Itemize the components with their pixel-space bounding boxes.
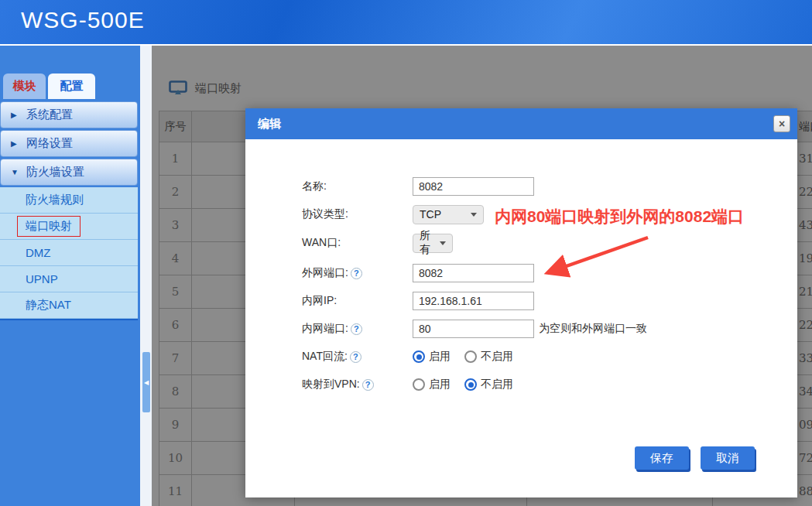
field-row-ext-port: 外网端口: ? bbox=[302, 263, 534, 283]
sidebar-item-firewall-rules[interactable]: 防火墙规则 bbox=[0, 187, 138, 214]
sidebar-item-system-config[interactable]: ▶ 系统配置 bbox=[0, 101, 138, 128]
vpn-map-label-text: 映射到VPN: bbox=[302, 378, 360, 391]
dialog-title: 编辑 bbox=[258, 117, 281, 132]
int-port-note: 为空则和外网端口一致 bbox=[539, 322, 647, 336]
sidebar-item-network-settings[interactable]: ▶ 网络设置 bbox=[0, 130, 138, 157]
tab-modules[interactable]: 模块 bbox=[3, 74, 46, 99]
protocol-label: 协议类型: bbox=[302, 207, 413, 221]
sidebar-item-static-nat[interactable]: 静态NAT bbox=[0, 292, 138, 319]
wan-select[interactable]: 所有 bbox=[413, 234, 453, 253]
sidebar-item-label: DMZ bbox=[26, 246, 51, 259]
field-row-int-port: 内网端口: ? 为空则和外网端口一致 bbox=[302, 319, 647, 339]
ext-port-input[interactable] bbox=[413, 264, 534, 282]
radio-label: 启用 bbox=[429, 350, 451, 364]
sidebar: 模块 配置 ▶ 系统配置 ▶ 网络设置 ▼ 防火墙设置 防火墙规则 端口映射 bbox=[0, 46, 140, 506]
sidebar-collapse-handle[interactable]: ◀ bbox=[142, 352, 150, 412]
vpn-map-disable-radio[interactable] bbox=[464, 378, 477, 391]
cancel-button[interactable]: 取消 bbox=[701, 446, 755, 470]
sidebar-gap bbox=[140, 46, 152, 506]
chevron-down-icon bbox=[440, 241, 446, 245]
dialog-header: 编辑 bbox=[245, 108, 797, 139]
field-row-nat-loopback: NAT回流: ? 启用 不启用 bbox=[302, 347, 513, 367]
sidebar-item-label: 防火墙规则 bbox=[26, 193, 84, 207]
tab-config[interactable]: 配置 bbox=[48, 74, 95, 99]
radio-label: 启用 bbox=[429, 378, 451, 391]
int-port-label: 内网端口: ? bbox=[302, 322, 413, 336]
field-row-wan: WAN口: 所有 bbox=[302, 233, 453, 253]
vpn-map-enable-radio[interactable] bbox=[413, 378, 425, 391]
field-row-int-ip: 内网IP: bbox=[302, 291, 534, 311]
int-ip-input[interactable] bbox=[413, 292, 534, 310]
app-title: WSG-500E bbox=[21, 7, 145, 33]
nat-loopback-label-text: NAT回流: bbox=[302, 350, 348, 364]
sidebar-item-dmz[interactable]: DMZ bbox=[0, 240, 138, 266]
edit-dialog: 编辑 × 名称: 协议类型: TCP WAN口: 所有 外网 bbox=[245, 108, 797, 497]
sidebar-item-label: 静态NAT bbox=[26, 298, 71, 313]
help-icon[interactable]: ? bbox=[351, 268, 362, 279]
selected-item-highlight: 端口映射 bbox=[17, 216, 81, 237]
ext-port-label-text: 外网端口: bbox=[302, 266, 348, 280]
sidebar-menu: ▶ 系统配置 ▶ 网络设置 ▼ 防火墙设置 防火墙规则 端口映射 DMZ bbox=[0, 101, 139, 320]
sidebar-item-label: UPNP bbox=[26, 272, 58, 285]
ext-port-label: 外网端口: ? bbox=[302, 266, 413, 280]
int-port-label-text: 内网端口: bbox=[302, 322, 348, 336]
expand-arrow-icon: ▶ bbox=[11, 111, 26, 119]
radio-label: 不启用 bbox=[481, 378, 513, 391]
name-input[interactable] bbox=[413, 177, 534, 196]
field-row-vpn-map: 映射到VPN: ? 启用 不启用 bbox=[302, 374, 513, 395]
field-row-protocol: 协议类型: TCP bbox=[302, 204, 484, 224]
screen: WSG-500E 模块 配置 ▶ 系统配置 ▶ 网络设置 ▼ 防火墙设置 防火墙… bbox=[0, 0, 812, 506]
collapse-left-icon: ◀ bbox=[144, 379, 149, 386]
help-icon[interactable]: ? bbox=[362, 379, 374, 391]
chevron-down-icon bbox=[471, 213, 477, 217]
app-header: WSG-500E bbox=[0, 0, 812, 44]
annotation-text: 内网80端口映射到外网的8082端口 bbox=[495, 206, 744, 227]
wan-label: WAN口: bbox=[302, 236, 413, 250]
sidebar-item-label: 防火墙设置 bbox=[26, 165, 84, 179]
help-icon[interactable]: ? bbox=[350, 351, 361, 363]
wan-value: 所有 bbox=[420, 229, 437, 257]
name-label: 名称: bbox=[302, 179, 413, 193]
protocol-value: TCP bbox=[420, 208, 441, 221]
nat-loopback-enable-radio[interactable] bbox=[413, 350, 425, 363]
nat-loopback-label: NAT回流: ? bbox=[302, 350, 413, 364]
sidebar-item-label: 系统配置 bbox=[26, 108, 73, 122]
field-row-name: 名称: bbox=[302, 176, 534, 197]
help-icon[interactable]: ? bbox=[351, 323, 362, 335]
sidebar-item-firewall-settings[interactable]: ▼ 防火墙设置 bbox=[0, 159, 138, 186]
int-port-input[interactable] bbox=[413, 320, 534, 338]
protocol-select[interactable]: TCP bbox=[413, 205, 484, 224]
sidebar-item-label: 网络设置 bbox=[26, 136, 73, 151]
sidebar-item-upnp[interactable]: UPNP bbox=[0, 266, 138, 292]
radio-label: 不启用 bbox=[481, 350, 513, 364]
firewall-submenu: 防火墙规则 端口映射 DMZ UPNP 静态NAT bbox=[0, 187, 138, 320]
close-icon[interactable]: × bbox=[773, 115, 790, 132]
collapse-arrow-icon: ▼ bbox=[11, 168, 26, 176]
nat-loopback-disable-radio[interactable] bbox=[464, 350, 477, 363]
vpn-map-label: 映射到VPN: ? bbox=[302, 378, 413, 391]
expand-arrow-icon: ▶ bbox=[11, 139, 26, 148]
sidebar-item-port-mapping[interactable]: 端口映射 bbox=[0, 214, 138, 240]
save-button[interactable]: 保存 bbox=[635, 446, 689, 470]
int-ip-label: 内网IP: bbox=[302, 294, 413, 308]
annotation-arrow-icon bbox=[532, 228, 656, 282]
